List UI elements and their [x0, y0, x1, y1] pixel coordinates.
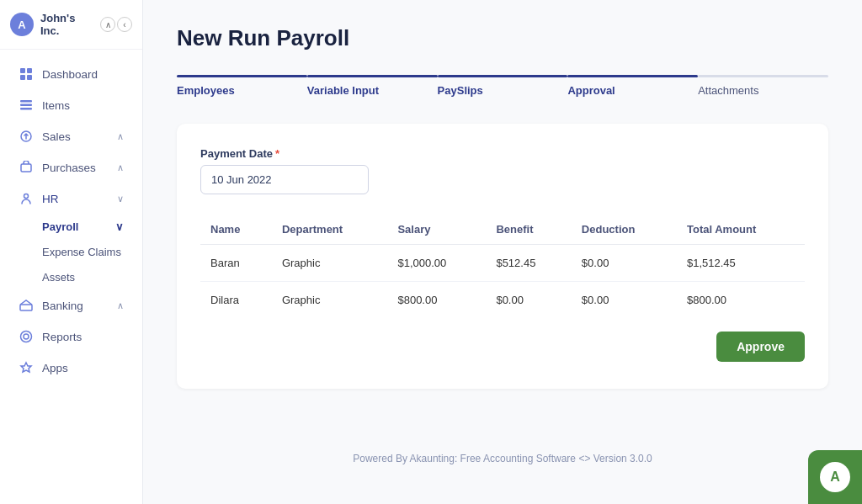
purchases-label: Purchases — [42, 162, 96, 174]
cell-dept: Graphic — [272, 245, 388, 282]
sidebar-item-apps[interactable]: Apps — [5, 353, 137, 383]
svg-rect-8 — [21, 164, 31, 172]
logo-letter: A — [18, 19, 25, 31]
purchases-arrow: ∧ — [117, 162, 124, 173]
hr-label: HR — [42, 193, 59, 205]
step-employees-line — [177, 75, 307, 77]
apps-icon — [19, 360, 34, 375]
footer-text: Powered By Akaunting: Free Accounting So… — [353, 453, 576, 464]
form-section: Payment Date * Name Department Salary Be… — [177, 124, 828, 389]
svg-rect-0 — [20, 68, 25, 73]
nav-up-button[interactable]: ∧ — [100, 17, 115, 32]
step-approval-label: Approval — [567, 84, 698, 97]
cell-dept: Graphic — [272, 282, 388, 319]
cell-total: $1,512.45 — [677, 245, 805, 282]
step-employees[interactable]: Employees — [177, 75, 307, 97]
sidebar-item-reports[interactable]: Reports — [5, 321, 137, 352]
payment-date-input[interactable] — [200, 165, 369, 194]
col-name: Name — [200, 215, 272, 245]
sidebar-item-purchases[interactable]: Purchases ∧ — [5, 152, 137, 183]
sales-label: Sales — [42, 130, 71, 143]
company-name: John's Inc. — [40, 12, 93, 37]
svg-rect-3 — [27, 75, 32, 80]
reports-icon — [19, 329, 34, 344]
required-marker: * — [275, 147, 279, 160]
table-row: BaranGraphic$1,000.00$512.45$0.00$1,512.… — [200, 245, 805, 282]
corner-logo-letter: A — [830, 470, 840, 485]
sales-icon — [19, 129, 34, 144]
step-payslips-label: PaySlips — [438, 84, 568, 97]
step-approval[interactable]: Approval — [567, 75, 698, 97]
hr-arrow: ∨ — [117, 194, 124, 204]
footer-version: Version 3.0.0 — [593, 453, 652, 464]
sidebar-item-hr[interactable]: HR ∨ — [5, 183, 137, 214]
svg-rect-10 — [20, 305, 32, 310]
svg-point-11 — [21, 332, 32, 342]
sidebar-item-items[interactable]: Items — [5, 90, 137, 120]
payroll-label: Payroll — [42, 220, 78, 233]
col-salary: Salary — [387, 215, 486, 245]
svg-point-9 — [24, 194, 29, 199]
sidebar-item-assets[interactable]: Assets — [5, 265, 137, 289]
sidebar-item-dashboard[interactable]: Dashboard — [5, 59, 137, 89]
reports-label: Reports — [42, 331, 82, 343]
purchases-icon — [19, 160, 34, 175]
nav-controls: ∧ ‹ — [100, 17, 132, 32]
dashboard-icon — [19, 66, 34, 82]
cell-salary: $1,000.00 — [387, 245, 486, 282]
items-label: Items — [42, 99, 70, 112]
col-deduction: Deduction — [572, 215, 677, 245]
cell-deduction: $0.00 — [572, 245, 677, 282]
step-attachments[interactable]: Attachments — [698, 75, 828, 97]
sidebar-item-expense-claims[interactable]: Expense Claims — [5, 240, 137, 264]
banking-label: Banking — [42, 300, 83, 312]
sidebar-item-banking[interactable]: Banking ∧ — [5, 290, 137, 321]
svg-rect-1 — [27, 68, 32, 73]
step-attachments-label: Attachments — [698, 84, 828, 97]
expense-claims-label: Expense Claims — [42, 246, 121, 258]
sidebar-nav: Dashboard Items Sales ∧ Purchases ∧ — [0, 50, 142, 487]
step-variable-input[interactable]: Variable Input — [307, 75, 438, 97]
step-approval-line — [567, 75, 698, 77]
payment-date-group: Payment Date * — [200, 147, 805, 194]
apps-label: Apps — [42, 362, 68, 374]
step-variable-input-line — [307, 75, 438, 77]
svg-rect-4 — [20, 100, 32, 103]
nav-back-button[interactable]: ‹ — [117, 17, 132, 32]
employees-table: Name Department Salary Benefit Deduction… — [200, 215, 805, 318]
banking-icon — [19, 298, 34, 313]
step-employees-label: Employees — [177, 84, 307, 97]
sidebar-item-payroll[interactable]: Payroll ∨ — [5, 215, 137, 239]
payment-date-label: Payment Date * — [200, 147, 805, 160]
step-attachments-line — [698, 75, 828, 77]
svg-rect-5 — [20, 104, 32, 107]
cell-benefit: $512.45 — [486, 245, 571, 282]
corner-logo: A — [808, 450, 862, 504]
cell-total: $800.00 — [677, 282, 805, 319]
step-payslips[interactable]: PaySlips — [438, 75, 568, 97]
stepper: Employees Variable Input PaySlips Approv… — [177, 75, 828, 97]
banking-arrow: ∧ — [117, 300, 124, 311]
page-title: New Run Payroll — [177, 25, 828, 51]
sales-arrow: ∧ — [117, 131, 124, 142]
cell-salary: $800.00 — [387, 282, 486, 319]
items-icon — [19, 98, 34, 113]
svg-rect-6 — [20, 108, 32, 110]
footer-code-icon: <> — [578, 453, 590, 464]
cell-benefit: $0.00 — [486, 282, 571, 319]
dashboard-label: Dashboard — [42, 68, 98, 81]
assets-label: Assets — [42, 271, 75, 284]
step-variable-input-label: Variable Input — [307, 84, 438, 97]
hr-icon — [19, 191, 34, 206]
approve-button[interactable]: Approve — [716, 332, 805, 362]
cell-name: Baran — [200, 245, 272, 282]
app-logo: A — [10, 13, 34, 36]
col-benefit: Benefit — [486, 215, 571, 245]
sidebar-item-sales[interactable]: Sales ∧ — [5, 121, 137, 151]
svg-rect-2 — [20, 75, 25, 80]
svg-point-12 — [24, 334, 29, 339]
table-row: DilaraGraphic$800.00$0.00$0.00$800.00 — [200, 282, 805, 319]
corner-logo-inner: A — [820, 462, 850, 492]
sidebar-header: A John's Inc. ∧ ‹ — [0, 0, 142, 50]
cell-name: Dilara — [200, 282, 272, 319]
